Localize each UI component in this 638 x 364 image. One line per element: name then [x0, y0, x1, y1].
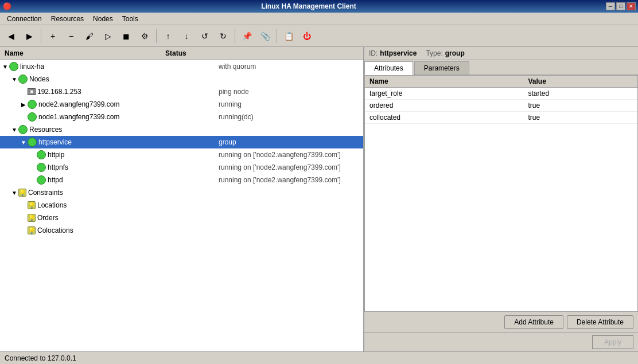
tree-toggle — [29, 163, 37, 171]
add-attribute-button[interactable]: Add Attribute — [504, 315, 563, 329]
pane-header: Name Status — [0, 47, 363, 60]
green-circle-icon — [18, 75, 28, 84]
tree-item-label: node1.wangfeng7399.com — [38, 113, 219, 121]
window-controls: ─ □ ✕ — [606, 2, 636, 10]
tree-row-node1[interactable]: node1.wangfeng7399.comrunning(dc) — [0, 111, 363, 123]
close-button[interactable]: ✕ — [627, 2, 636, 10]
tree-item-status: ping node — [219, 88, 362, 96]
toolbar-sep-1 — [41, 29, 41, 43]
tree-toggle — [20, 201, 28, 209]
toolbar-clean[interactable]: 🖌 — [81, 28, 98, 44]
app-icon: 🔴 — [2, 2, 11, 11]
green-circle-icon — [28, 100, 37, 109]
tab-parameters[interactable]: Parameters — [414, 61, 469, 75]
tree-item-status: running on ['node2.wangfeng7399.com'] — [219, 176, 362, 184]
menu-connection[interactable]: Connection — [2, 14, 46, 24]
toolbar-add[interactable]: + — [44, 28, 61, 44]
tree-toggle[interactable]: ▶ — [20, 100, 28, 108]
tree-toggle — [20, 113, 28, 121]
tree-toggle[interactable]: ▼ — [10, 75, 18, 83]
constraint-icon: 💡 — [28, 214, 36, 222]
type-label: Type: — [426, 49, 442, 57]
info-bar: ID: httpservice Type: group — [364, 47, 638, 60]
apply-button[interactable]: Apply — [592, 335, 633, 349]
attr-table-row[interactable]: target_rolestarted — [365, 88, 637, 100]
tree-item-label: linux-ha — [20, 62, 219, 71]
tree-row-constraints[interactable]: ▼💡Constraints — [0, 186, 363, 199]
tree-row-node2[interactable]: ▶node2.wangfeng7399.comrunning — [0, 98, 363, 111]
status-text: Connected to 127.0.0.1 — [5, 354, 76, 362]
toolbar-sep-3 — [235, 29, 235, 43]
tree-row-httpip[interactable]: httpiprunning on ['node2.wangfeng7399.co… — [0, 148, 363, 161]
toolbar-forward[interactable]: ▶ — [21, 28, 38, 44]
toolbar-manage[interactable]: ⚙ — [136, 28, 153, 44]
attr-table: Name Value target_rolestartedorderedtrue… — [365, 76, 637, 124]
toolbar-undo[interactable]: ↺ — [196, 28, 213, 44]
tree-item-status: running on ['node2.wangfeng7399.com'] — [219, 151, 362, 159]
right-pane: ID: httpservice Type: group Attributes P… — [364, 47, 638, 351]
green-circle-icon — [18, 125, 28, 134]
tree-item-label: Constraints — [28, 189, 362, 197]
toolbar-attach[interactable]: 📎 — [256, 28, 274, 44]
tree-row-locations[interactable]: 💡Locations — [0, 199, 363, 212]
toolbar-up[interactable]: ↑ — [160, 28, 177, 44]
tree-toggle[interactable]: ▼ — [10, 189, 18, 197]
toolbar: ◀ ▶ + − 🖌 ▷ ◼ ⚙ ↑ ↓ ↺ ↻ 📌 📎 📋 ⏻ — [0, 25, 638, 47]
tree-item-label: httpd — [48, 176, 219, 184]
tree-toggle[interactable]: ▼ — [20, 138, 28, 146]
toolbar-down[interactable]: ↓ — [178, 28, 195, 44]
toolbar-pin[interactable]: 📌 — [238, 28, 255, 44]
menu-resources[interactable]: Resources — [46, 14, 88, 24]
tree-area[interactable]: ▼linux-hawith quorum▼Nodes▣192.168.1.253… — [0, 60, 363, 351]
toolbar-copy[interactable]: 📋 — [280, 28, 297, 44]
toolbar-stop[interactable]: ◼ — [118, 28, 135, 44]
toolbar-start[interactable]: ▷ — [99, 28, 116, 44]
apply-row: Apply — [364, 332, 638, 351]
toolbar-back[interactable]: ◀ — [2, 28, 20, 44]
tree-row-colocations[interactable]: 💡Colocations — [0, 224, 363, 237]
id-value: httpservice — [380, 49, 417, 57]
minimize-button[interactable]: ─ — [606, 2, 615, 10]
tree-item-status: running(dc) — [219, 113, 362, 121]
tree-toggle[interactable]: ▼ — [10, 126, 18, 134]
tree-row-resources[interactable]: ▼Resources — [0, 123, 363, 136]
tree-row-nodes[interactable]: ▼Nodes — [0, 73, 363, 85]
col-value-th: Value — [523, 76, 637, 88]
green-circle-icon — [37, 163, 46, 172]
title-bar: 🔴 Linux HA Management Client ─ □ ✕ — [0, 0, 638, 13]
attr-value-cell: true — [523, 112, 637, 124]
constraint-icon: 💡 — [18, 189, 26, 197]
tree-item-label: node2.wangfeng7399.com — [38, 100, 219, 108]
tree-item-status: running — [219, 100, 362, 108]
tree-row-httpd[interactable]: httpdrunning on ['node2.wangfeng7399.com… — [0, 174, 363, 186]
window-title: Linux HA Management Client — [11, 2, 606, 10]
menu-tools[interactable]: Tools — [118, 14, 143, 24]
green-circle-icon — [9, 62, 18, 71]
tree-item-status: group — [219, 138, 362, 146]
toolbar-power[interactable]: ⏻ — [298, 28, 316, 44]
tree-row-httpservice[interactable]: ▼httpservicegroup — [0, 136, 363, 148]
attr-table-wrap: Name Value target_rolestartedorderedtrue… — [364, 75, 638, 312]
tab-attributes[interactable]: Attributes — [364, 61, 413, 75]
attr-table-row[interactable]: orderedtrue — [365, 100, 637, 112]
constraint-icon: 💡 — [28, 226, 36, 234]
delete-attribute-button[interactable]: Delete Attribute — [567, 315, 633, 329]
tree-toggle — [29, 151, 37, 159]
toolbar-redo[interactable]: ↻ — [215, 28, 232, 44]
tree-item-label: Nodes — [29, 75, 362, 83]
attr-name-cell: ordered — [365, 100, 523, 112]
toolbar-remove[interactable]: − — [63, 28, 80, 44]
restore-button[interactable]: □ — [616, 2, 625, 10]
col-name-th: Name — [365, 76, 523, 88]
tree-item-label: Orders — [37, 214, 362, 222]
tree-item-label: Colocations — [37, 226, 362, 234]
tree-toggle[interactable]: ▼ — [1, 62, 9, 71]
attr-table-row[interactable]: collocatedtrue — [365, 112, 637, 124]
tree-row-httpnfs[interactable]: httpnfsrunning on ['node2.wangfeng7399.c… — [0, 161, 363, 174]
tree-row-linux-ha[interactable]: ▼linux-hawith quorum — [0, 60, 363, 73]
tree-row-orders[interactable]: 💡Orders — [0, 212, 363, 224]
menu-nodes[interactable]: Nodes — [88, 14, 118, 24]
tree-row-192[interactable]: ▣192.168.1.253ping node — [0, 85, 363, 98]
tree-item-label: httpnfs — [48, 163, 219, 171]
green-circle-icon — [28, 112, 37, 122]
